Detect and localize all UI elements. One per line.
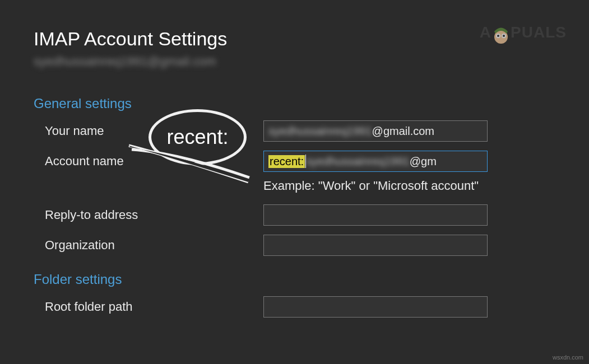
logo-avatar-icon [490, 21, 512, 44]
your-name-input[interactable]: syedhussainreq1991 @gmail.com [263, 120, 488, 142]
organization-row: Organization [0, 230, 589, 260]
account-name-hint: Example: "Work" or "Microsoft account" [0, 176, 589, 200]
root-folder-row: Root folder path [0, 292, 589, 322]
organization-input[interactable] [263, 235, 488, 256]
attribution-text: wsxdn.com [553, 354, 583, 361]
brand-logo: A PUALS [480, 21, 567, 44]
svg-point-3 [497, 35, 499, 37]
svg-point-4 [503, 35, 505, 37]
account-name-value-masked: syedhussainreq1991 [306, 155, 410, 168]
root-folder-input[interactable] [263, 296, 488, 318]
your-name-row: Your name syedhussainreq1991 @gmail.com [0, 116, 589, 146]
callout-tail-icon [126, 144, 255, 189]
reply-to-input[interactable] [263, 204, 488, 226]
logo-text-right: PUALS [511, 24, 567, 41]
account-email-subtitle: syedhussainreq1991@gmail.com [0, 50, 589, 69]
organization-label: Organization [45, 238, 263, 253]
callout-annotation: recent: [149, 109, 247, 165]
folder-settings-header: Folder settings [0, 260, 589, 292]
reply-to-label: Reply-to address [45, 208, 263, 222]
account-name-row: Account name recent: syedhussainreq1991 … [0, 146, 589, 176]
reply-to-row: Reply-to address [0, 200, 589, 230]
general-settings-header: General settings [0, 69, 589, 116]
root-folder-label: Root folder path [45, 300, 263, 314]
your-name-domain: @gmail.com [372, 125, 434, 138]
account-name-domain: @gm [410, 155, 437, 168]
your-name-value-masked: syedhussainreq1991 [268, 125, 372, 138]
account-name-prefix: recent: [268, 155, 305, 168]
account-name-input[interactable]: recent: syedhussainreq1991 @gm [263, 151, 488, 172]
